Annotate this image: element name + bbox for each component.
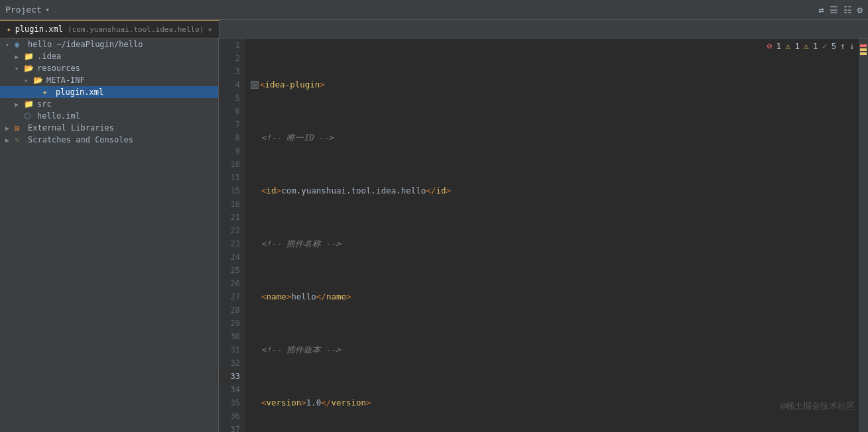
warn-indicator xyxy=(860,48,867,51)
arrow-external-libs: ▶ xyxy=(5,125,15,132)
dropdown-icon[interactable]: ▾ xyxy=(46,6,50,13)
xml-file-icon: ✦ xyxy=(7,25,11,34)
arrow-hello: ▾ xyxy=(5,41,15,48)
code-line-3: <id>com.yuanshuai.tool.idea.hello</id> xyxy=(251,184,853,197)
title-bar: Project ▾ ⇄ ☰ ☷ ⚙ xyxy=(0,0,868,20)
warn-indicator-2 xyxy=(860,52,867,55)
tab-label: plugin.xml (com.yuanshuai.tool.idea.hell… xyxy=(15,25,204,34)
scratch-icon: ✎ xyxy=(15,135,25,144)
arrow-idea: ▶ xyxy=(15,53,24,60)
fold-btn-1[interactable]: - xyxy=(251,81,259,89)
module-icon: ◉ xyxy=(15,40,25,49)
arrow-src: ▶ xyxy=(15,101,24,108)
library-icon: ▤ xyxy=(15,123,25,133)
tab-plugin-xml[interactable]: ✦ plugin.xml (com.yuanshuai.tool.idea.he… xyxy=(0,20,219,38)
sidebar-item-resources[interactable]: ▾ 📂 resources xyxy=(0,62,218,74)
sidebar-item-hello-iml-label: hello.iml xyxy=(37,111,80,121)
folder-resources-icon: 📂 xyxy=(24,64,34,73)
main-layout: ▾ ◉ hello ~/ideaPlugin/hello ▶ 📁 .idea ▾… xyxy=(0,38,868,432)
title-icons: ⇄ ☰ ☷ ⚙ xyxy=(818,5,863,15)
sidebar-item-plugin-xml-label: plugin.xml xyxy=(56,87,103,97)
warn-icon-1: ⚠ xyxy=(785,41,790,51)
sidebar-item-idea[interactable]: ▶ 📁 .idea xyxy=(0,50,218,62)
folder-idea-icon: 📁 xyxy=(24,52,34,61)
sidebar-item-scratches[interactable]: ▶ ✎ Scratches and Consoles xyxy=(0,134,218,146)
code-editor[interactable]: -<idea-plugin> <!-- 唯一ID --> <id>com.yua… xyxy=(245,38,859,432)
icon-settings[interactable]: ⚙ xyxy=(857,5,863,15)
file-iml-icon: ⬡ xyxy=(24,111,34,121)
watermark: @稀土掘金技术社区 xyxy=(780,400,855,412)
sidebar-item-plugin-xml[interactable]: ✦ plugin.xml xyxy=(0,86,218,98)
icon-list[interactable]: ☰ xyxy=(830,5,838,15)
editor-area: 1 2 3 4 5 6 7 8 9 10 11 15 16 21 22 23 2… xyxy=(219,38,868,432)
ok-icon: ✓ xyxy=(822,41,828,51)
code-line-1: -<idea-plugin> xyxy=(251,78,853,91)
nav-up-icon[interactable]: ↑ xyxy=(840,41,845,51)
error-count: 1 xyxy=(776,41,782,51)
line-numbers: 1 2 3 4 5 6 7 8 9 10 11 15 16 21 22 23 2… xyxy=(219,38,245,432)
sidebar: ▾ ◉ hello ~/ideaPlugin/hello ▶ 📁 .idea ▾… xyxy=(0,38,219,432)
sidebar-item-hello-iml[interactable]: ⬡ hello.iml xyxy=(0,110,218,122)
code-line-7: <version>1.0</version> xyxy=(251,396,853,409)
file-xml-icon: ✦ xyxy=(42,87,53,97)
right-gutter xyxy=(859,38,868,432)
tab-close-button[interactable]: ✕ xyxy=(208,25,212,34)
ok-count: 5 xyxy=(832,41,837,51)
sidebar-item-hello-label: hello ~/ideaPlugin/hello xyxy=(28,40,143,49)
arrow-scratches: ▶ xyxy=(5,136,15,144)
warn-count-1: 1 xyxy=(794,41,800,51)
sidebar-item-src-label: src xyxy=(37,99,52,109)
error-count-icon: ⊘ xyxy=(767,41,773,51)
code-line-4: <!-- 插件名称 --> xyxy=(251,237,853,250)
warn-count-2: 1 xyxy=(813,41,818,51)
sidebar-item-scratches-label: Scratches and Consoles xyxy=(28,135,133,144)
warn-icon-2: ⚠ xyxy=(804,41,809,51)
sidebar-item-src[interactable]: ▶ 📁 src xyxy=(0,98,218,110)
nav-down-icon[interactable]: ↓ xyxy=(849,41,855,51)
icon-layout[interactable]: ⇄ xyxy=(818,5,824,15)
code-line-6: <!-- 插件版本 --> xyxy=(251,343,853,356)
folder-meta-inf-icon: 📂 xyxy=(33,76,44,85)
project-label[interactable]: Project xyxy=(5,5,42,15)
sidebar-item-idea-label: .idea xyxy=(37,52,61,61)
arrow-meta-inf: ▾ xyxy=(24,77,33,84)
code-line-2: <!-- 唯一ID --> xyxy=(251,131,853,144)
arrow-resources: ▾ xyxy=(15,65,24,72)
sidebar-item-meta-inf-label: META-INF xyxy=(46,76,85,85)
code-line-5: <name>hello</name> xyxy=(251,290,853,303)
sidebar-item-resources-label: resources xyxy=(37,64,80,73)
sidebar-item-hello[interactable]: ▾ ◉ hello ~/ideaPlugin/hello xyxy=(0,38,218,50)
error-indicator xyxy=(860,44,867,47)
editor-content[interactable]: 1 2 3 4 5 6 7 8 9 10 11 15 16 21 22 23 2… xyxy=(219,38,868,432)
sidebar-item-meta-inf[interactable]: ▾ 📂 META-INF xyxy=(0,74,218,86)
folder-src-icon: 📁 xyxy=(24,99,34,109)
error-status: ⊘ 1 ⚠ 1 ⚠ 1 ✓ 5 ↑ ↓ xyxy=(767,41,855,51)
sidebar-item-external-libs-label: External Libraries xyxy=(28,123,114,133)
icon-grid[interactable]: ☷ xyxy=(843,5,852,15)
tab-bar: ✦ plugin.xml (com.yuanshuai.tool.idea.he… xyxy=(0,20,868,38)
sidebar-item-external-libs[interactable]: ▶ ▤ External Libraries xyxy=(0,122,218,134)
